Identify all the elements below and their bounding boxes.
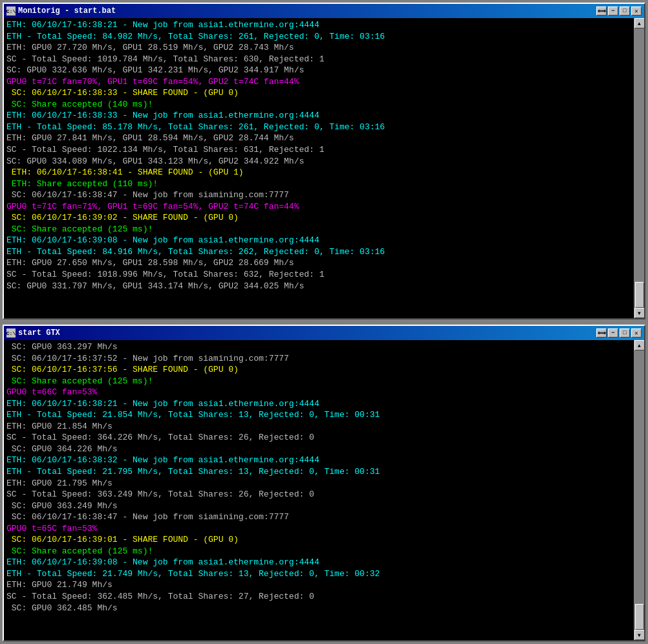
close-button-startgtx[interactable]: ✕: [631, 328, 642, 338]
console-line: ETH: GPU0 27.841 Mh/s, GPU1 28.594 Mh/s,…: [6, 133, 632, 144]
scroll-thumb-startgtx[interactable]: [635, 604, 644, 630]
scroll-up-monitorig[interactable]: ▲: [634, 18, 645, 28]
window-title-startgtx: start GTX: [18, 328, 60, 338]
close-button-monitorig[interactable]: ✕: [631, 6, 642, 16]
console-line: ETH: 06/10/17-16:39:08 - New job from as…: [6, 235, 632, 246]
console-line: SC: 06/10/17-16:38:47 - New job from sia…: [6, 189, 632, 201]
scroll-down-monitorig[interactable]: ▼: [634, 308, 645, 318]
console-line: SC: GPU0 332.636 Mh/s, GPU1 342.231 Mh/s…: [6, 65, 632, 76]
window-icon-monitorig: C:\: [6, 6, 16, 16]
scrollbar-monitorig[interactable]: ▲ ▼: [634, 18, 644, 318]
resize-button-monitorig[interactable]: ⟺: [596, 6, 607, 16]
console-line: SC: GPU0 334.089 Mh/s, GPU1 343.123 Mh/s…: [6, 156, 632, 167]
scroll-down-startgtx[interactable]: ▼: [634, 630, 645, 640]
titlebar-startgtx: C:\ start GTX ⟺ − □ ✕: [4, 326, 644, 340]
console-line: ETH: 06/10/17-16:38:21 - New job from as…: [6, 398, 632, 410]
console-line: ETH - Total Speed: 21.795 Mh/s, Total Sh…: [6, 466, 632, 478]
window-monitorig: C:\ Monitorig - start.bat ⟺ − □ ✕ ETH: 0…: [3, 3, 645, 319]
console-line: ETH: GPU0 27.650 Mh/s, GPU1 28.598 Mh/s,…: [6, 257, 632, 269]
console-line: SC: 06/10/17-16:37:56 - SHARE FOUND - (G…: [6, 364, 632, 376]
scrollbar-startgtx[interactable]: ▲ ▼: [634, 340, 644, 640]
console-line: SC: GPU0 363.297 Mh/s: [6, 341, 632, 353]
console-line: GPU0 t=65C fan=53%: [6, 523, 632, 535]
resize-button-startgtx[interactable]: ⟺: [596, 328, 607, 338]
window-title-monitorig: Monitorig - start.bat: [18, 6, 116, 16]
console-line: ETH: GPU0 21.854 Mh/s: [6, 421, 632, 433]
scroll-thumb-monitorig[interactable]: [635, 282, 644, 308]
console-line: SC: 06/10/17-16:39:01 - SHARE FOUND - (G…: [6, 534, 632, 546]
console-line: ETH: 06/10/17-16:39:08 - New job from as…: [6, 557, 632, 568]
minimize-button-monitorig[interactable]: −: [608, 6, 618, 16]
console-startgtx: SC: GPU0 363.297 Mh/s SC: 06/10/17-16:37…: [4, 340, 644, 640]
console-line: ETH - Total Speed: 84.916 Mh/s, Total Sh…: [6, 246, 632, 258]
maximize-button-startgtx[interactable]: □: [620, 328, 630, 338]
minimize-button-startgtx[interactable]: −: [608, 328, 618, 338]
console-line: ETH: 06/10/17-16:38:32 - New job from as…: [6, 455, 632, 466]
console-line: SC: 06/10/17-16:38:33 - SHARE FOUND - (G…: [6, 87, 632, 99]
window-icon-startgtx: C:\: [6, 328, 16, 338]
console-line: ETH - Total Speed: 84.982 Mh/s, Total Sh…: [6, 31, 632, 43]
window-startgtx: C:\ start GTX ⟺ − □ ✕ SC: GPU0 363.297 M…: [3, 325, 645, 641]
console-line: SC - Total Speed: 1018.996 Mh/s, Total S…: [6, 269, 632, 281]
console-line: SC: GPU0 331.797 Mh/s, GPU1 343.174 Mh/s…: [6, 281, 632, 292]
console-line: ETH: GPU0 27.720 Mh/s, GPU1 28.519 Mh/s,…: [6, 42, 632, 54]
console-monitorig: ETH: 06/10/17-16:38:21 - New job from as…: [4, 18, 644, 318]
console-line: GPU0 t=71C fan=70%, GPU1 t=69C fan=54%, …: [6, 76, 632, 88]
console-line: ETH: 06/10/17-16:38:33 - New job from as…: [6, 110, 632, 122]
console-line: SC: 06/10/17-16:37:52 - New job from sia…: [6, 353, 632, 365]
console-line: GPU0 t=71C fan=71%, GPU1 t=69C fan=54%, …: [6, 201, 632, 213]
console-line: ETH: GPU0 21.795 Mh/s: [6, 478, 632, 489]
console-line: ETH - Total Speed: 21.749 Mh/s, Total Sh…: [6, 568, 632, 580]
console-line: SC: Share accepted (125 ms)!: [6, 546, 632, 557]
console-line: SC: 06/10/17-16:38:47 - New job from sia…: [6, 511, 632, 523]
console-line: SC: GPU0 364.226 Mh/s: [6, 444, 632, 455]
console-line: SC: GPU0 362.485 Mh/s: [6, 603, 632, 614]
console-line: SC - Total Speed: 1022.134 Mh/s, Total S…: [6, 144, 632, 156]
console-line: ETH: Share accepted (110 ms)!: [6, 178, 632, 190]
console-line: SC: GPU0 363.249 Mh/s: [6, 500, 632, 512]
console-line: SC: Share accepted (125 ms)!: [6, 224, 632, 235]
console-line: GPU0 t=66C fan=53%: [6, 387, 632, 398]
console-line: ETH - Total Speed: 21.854 Mh/s, Total Sh…: [6, 409, 632, 421]
console-line: SC: Share accepted (125 ms)!: [6, 376, 632, 387]
console-line: SC - Total Speed: 364.226 Mh/s, Total Sh…: [6, 432, 632, 444]
scroll-track-monitorig: [634, 28, 644, 308]
titlebar-buttons-monitorig: ⟺ − □ ✕: [596, 6, 642, 16]
console-line: ETH: 06/10/17-16:38:21 - New job from as…: [6, 19, 632, 31]
console-line: SC - Total Speed: 362.485 Mh/s, Total Sh…: [6, 591, 632, 603]
console-line: SC: 06/10/17-16:39:02 - SHARE FOUND - (G…: [6, 212, 632, 224]
console-line: SC: Share accepted (140 ms)!: [6, 99, 632, 111]
maximize-button-monitorig[interactable]: □: [620, 6, 630, 16]
console-line: ETH: GPU0 21.749 Mh/s: [6, 579, 632, 591]
console-line: ETH: 06/10/17-16:38:41 - SHARE FOUND - (…: [6, 167, 632, 178]
titlebar-buttons-startgtx: ⟺ − □ ✕: [596, 328, 642, 338]
scroll-up-startgtx[interactable]: ▲: [634, 340, 645, 350]
scroll-track-startgtx: [634, 350, 644, 630]
console-line: SC - Total Speed: 363.249 Mh/s, Total Sh…: [6, 489, 632, 500]
titlebar-monitorig: C:\ Monitorig - start.bat ⟺ − □ ✕: [4, 4, 644, 18]
console-line: SC - Total Speed: 1019.784 Mh/s, Total S…: [6, 54, 632, 65]
console-line: ETH - Total Speed: 85.178 Mh/s, Total Sh…: [6, 122, 632, 133]
